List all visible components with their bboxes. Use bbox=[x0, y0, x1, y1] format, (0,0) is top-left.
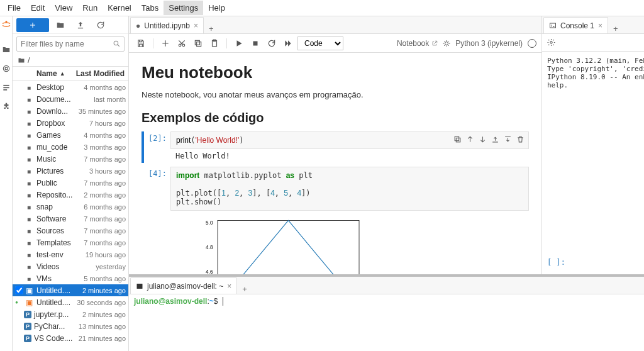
svg-rect-23 bbox=[137, 284, 143, 289]
svg-rect-10 bbox=[195, 40, 199, 45]
insert-above-icon[interactable] bbox=[489, 133, 501, 145]
new-tab-button[interactable]: + bbox=[608, 24, 623, 33]
notebook-toolbar: Code Notebook Python 3 (ipykernel) bbox=[129, 34, 541, 53]
code-cell[interactable]: [4]: import matplotlib.pyplot as pltplt.… bbox=[142, 167, 529, 274]
move-down-icon[interactable] bbox=[477, 133, 488, 145]
notebook-body[interactable]: Meu notebook Neste notebook, vou anotar … bbox=[129, 53, 541, 274]
close-icon[interactable]: × bbox=[227, 282, 231, 291]
plot-output: 5.0 4.8 4.6 bbox=[170, 216, 529, 274]
close-icon[interactable]: × bbox=[598, 21, 602, 30]
tab-notebook[interactable]: ● Untitled.ipynb × bbox=[130, 17, 204, 33]
run-all-button[interactable] bbox=[281, 36, 295, 50]
notebook-subtitle: Neste notebook, vou anotar meus avanços … bbox=[142, 90, 529, 99]
cut-button[interactable] bbox=[175, 36, 189, 50]
copy-button[interactable] bbox=[191, 36, 205, 50]
menu-edit[interactable]: Edit bbox=[26, 1, 50, 15]
terminal-body[interactable]: juliano@asimov-dell:~$ bbox=[129, 294, 644, 351]
file-item[interactable]: Pjupyter.p...2 minutes ago bbox=[13, 308, 128, 320]
duplicate-icon[interactable] bbox=[452, 133, 463, 145]
svg-rect-3 bbox=[3, 85, 9, 86]
menu-run[interactable]: Run bbox=[77, 1, 103, 15]
file-item[interactable]: Docume...last month bbox=[13, 93, 128, 105]
file-item[interactable]: snap6 months ago bbox=[13, 201, 128, 213]
code-cell[interactable]: [2]: print('Hello World!') bbox=[142, 131, 529, 163]
work-area: ● Untitled.ipynb × + bbox=[129, 16, 644, 351]
sort-by-modified[interactable]: Last Modified bbox=[72, 69, 128, 78]
tab-terminal[interactable]: juliano@asimov-dell: ~ × bbox=[130, 277, 237, 294]
console-panel: Console 1 × + Python 3.12.2 (main, Feb 2… bbox=[542, 16, 644, 274]
run-button[interactable] bbox=[232, 36, 246, 50]
move-up-icon[interactable] bbox=[464, 133, 475, 145]
running-icon[interactable] bbox=[2, 64, 11, 73]
svg-rect-17 bbox=[218, 221, 359, 275]
file-item[interactable]: Desktop4 months ago bbox=[13, 81, 128, 93]
folder-icon[interactable] bbox=[2, 45, 11, 54]
terminal-icon bbox=[136, 282, 143, 290]
restart-button[interactable] bbox=[265, 36, 279, 50]
menu-help[interactable]: Help bbox=[203, 1, 230, 15]
commands-icon[interactable] bbox=[2, 83, 11, 92]
file-item[interactable]: Sources7 months ago bbox=[13, 225, 128, 237]
console-icon bbox=[549, 22, 557, 30]
file-item[interactable]: Software7 months ago bbox=[13, 213, 128, 225]
new-launcher-button[interactable] bbox=[16, 18, 49, 32]
file-item[interactable]: Games4 months ago bbox=[13, 129, 128, 141]
menu-settings[interactable]: Settings bbox=[164, 1, 203, 15]
file-item[interactable]: Templates7 months ago bbox=[13, 237, 128, 248]
menu-kernel[interactable]: Kernel bbox=[103, 1, 136, 15]
delete-icon[interactable] bbox=[514, 133, 526, 145]
svg-point-6 bbox=[114, 41, 118, 45]
file-item[interactable]: Videosyesterday bbox=[13, 260, 128, 272]
file-item[interactable]: PVS Code....21 minutes ago bbox=[13, 332, 128, 344]
menu-view[interactable]: View bbox=[50, 1, 77, 15]
svg-rect-4 bbox=[3, 87, 9, 88]
cell-prompt: [4]: bbox=[145, 167, 170, 274]
stop-button[interactable] bbox=[248, 36, 262, 50]
file-item[interactable]: Downlo...35 minutes ago bbox=[13, 105, 128, 117]
notebook-panel: ● Untitled.ipynb × + bbox=[129, 16, 542, 274]
menu-file[interactable]: File bbox=[3, 1, 26, 15]
file-item[interactable]: Reposito...2 months ago bbox=[13, 189, 128, 201]
file-item[interactable]: Music7 months ago bbox=[13, 153, 128, 165]
tab-label: Untitled.ipynb bbox=[144, 21, 190, 30]
menubar: FileEditViewRunKernelTabsSettingsHelp bbox=[0, 0, 644, 16]
add-cell-button[interactable] bbox=[158, 36, 172, 50]
file-item[interactable]: mu_code3 months ago bbox=[13, 141, 128, 153]
close-icon[interactable]: × bbox=[194, 21, 198, 30]
svg-text:4.8: 4.8 bbox=[206, 245, 213, 250]
file-item[interactable]: Public7 months ago bbox=[13, 177, 128, 189]
file-list-header: Name ▲ Last Modified bbox=[13, 66, 128, 81]
activity-bar bbox=[0, 16, 13, 351]
file-item[interactable]: ▣Untitled....2 minutes ago bbox=[13, 284, 128, 296]
kernel-name[interactable]: Python 3 (ipykernel) bbox=[455, 39, 523, 48]
file-item[interactable]: Pictures3 hours ago bbox=[13, 165, 128, 177]
tab-console[interactable]: Console 1 × bbox=[543, 17, 608, 33]
save-button[interactable] bbox=[134, 36, 148, 50]
sort-by-name[interactable]: Name ▲ bbox=[21, 69, 72, 78]
gear-icon[interactable] bbox=[547, 38, 555, 47]
cell-type-select[interactable]: Code bbox=[297, 36, 343, 50]
terminal-panel: juliano@asimov-dell: ~ × + juliano@asimo… bbox=[129, 274, 644, 351]
insert-below-icon[interactable] bbox=[502, 133, 513, 145]
new-tab-button[interactable]: + bbox=[204, 24, 219, 33]
cell-toolbar bbox=[452, 133, 526, 145]
refresh-button[interactable] bbox=[92, 18, 109, 32]
breadcrumb[interactable]: / bbox=[13, 54, 128, 66]
file-item[interactable]: Dropbox7 hours ago bbox=[13, 117, 128, 129]
extension-icon[interactable] bbox=[2, 102, 11, 111]
file-item[interactable]: test-env19 hours ago bbox=[13, 248, 128, 260]
paste-button[interactable] bbox=[208, 36, 221, 50]
svg-point-22 bbox=[550, 42, 552, 43]
notebook-trust[interactable]: Notebook bbox=[397, 39, 438, 48]
bug-icon[interactable] bbox=[443, 40, 450, 47]
new-folder-button[interactable] bbox=[52, 18, 69, 32]
filter-input[interactable] bbox=[16, 36, 125, 52]
file-item[interactable]: ●▣Untitled....30 seconds ago bbox=[13, 296, 128, 308]
svg-rect-9 bbox=[197, 42, 201, 46]
menu-tabs[interactable]: Tabs bbox=[136, 1, 164, 15]
new-tab-button[interactable]: + bbox=[237, 284, 252, 294]
console-prompt[interactable]: [ ]: bbox=[542, 258, 644, 267]
file-item[interactable]: VMs5 months ago bbox=[13, 272, 128, 284]
file-item[interactable]: PPyChar...13 minutes ago bbox=[13, 320, 128, 332]
upload-button[interactable] bbox=[72, 18, 89, 32]
